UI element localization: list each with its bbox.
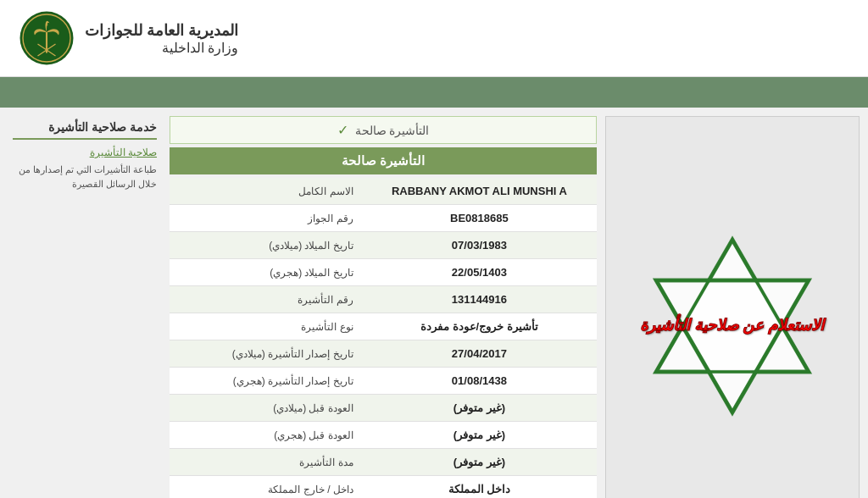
table-row: تأشيرة خروج/عودة مفردةنوع التأشيرة — [170, 313, 597, 340]
table-value: داخل المملكة — [362, 476, 597, 499]
table-row: 07/03/1983تاريخ الميلاد (ميلادي) — [170, 232, 597, 259]
table-row: (غير متوفر)العودة قبل (ميلادي) — [170, 395, 597, 422]
star-container: الاستعلام عن صلاحية التأشيرة — [631, 224, 834, 428]
table-value: (غير متوفر) — [362, 395, 597, 422]
table-label: العودة قبل (ميلادي) — [170, 395, 362, 422]
table-label: تاريخ الميلاد (ميلادي) — [170, 232, 362, 259]
sidebar-desc: طباعة التأشيرات التي تم إصدارها من خلال … — [13, 163, 157, 191]
header-line2: وزارة الداخلية — [85, 40, 238, 56]
table-row: (غير متوفر)العودة قبل (هجري) — [170, 422, 597, 449]
table-label: تاريخ إصدار التأشيرة (ميلادي) — [170, 340, 362, 368]
sidebar-title: خدمة صلاحية التأشيرة — [13, 120, 157, 140]
status-bar: التأشيرة صالحة ✓ — [170, 116, 597, 144]
logo: ✦ — [17, 8, 76, 68]
status-text: التأشيرة صالحة — [355, 124, 430, 137]
table-label: الاسم الكامل — [170, 178, 362, 205]
table-label: مدة التأشيرة — [170, 449, 362, 476]
header-text: المديرية العامة للجوازات وزارة الداخلية — [85, 21, 238, 56]
table-row: 01/08/1438تاريخ إصدار التأشيرة (هجري) — [170, 368, 597, 395]
header-line1: المديرية العامة للجوازات — [85, 21, 238, 40]
star-panel: الاستعلام عن صلاحية التأشيرة — [605, 116, 860, 498]
table-value: RABBANY AKMOT ALI MUNSHI A — [362, 178, 597, 205]
navbar — [0, 77, 868, 108]
table-label: رقم التأشيرة — [170, 286, 362, 313]
table-label: رقم الجواز — [170, 205, 362, 232]
table-row: 22/05/1403تاريخ الميلاد (هجري) — [170, 259, 597, 286]
data-table: RABBANY AKMOT ALI MUNSHI Aالاسم الكاملBE… — [170, 178, 597, 498]
table-value: 27/04/2017 — [362, 340, 597, 368]
table-row: 131144916رقم التأشيرة — [170, 286, 597, 313]
table-label: تاريخ إصدار التأشيرة (هجري) — [170, 368, 362, 395]
table-row: RABBANY AKMOT ALI MUNSHI Aالاسم الكامل — [170, 178, 597, 205]
table-label: نوع التأشيرة — [170, 313, 362, 340]
check-icon: ✓ — [337, 122, 348, 138]
table-label: تاريخ الميلاد (هجري) — [170, 259, 362, 286]
svg-text:✦: ✦ — [45, 23, 48, 27]
table-value: (غير متوفر) — [362, 422, 597, 449]
sidebar-link[interactable]: صلاحية التأشيرة — [13, 147, 157, 158]
table-row: BE0818685رقم الجواز — [170, 205, 597, 232]
table-value: تأشيرة خروج/عودة مفردة — [362, 313, 597, 340]
table-value: 131144916 — [362, 286, 597, 313]
table-value: BE0818685 — [362, 205, 597, 232]
star-overlay-text: الاستعلام عن صلاحية التأشيرة — [640, 315, 824, 336]
table-value: 22/05/1403 — [362, 259, 597, 286]
right-sidebar: خدمة صلاحية التأشيرة صلاحية التأشيرة طبا… — [8, 116, 161, 498]
table-value: (غير متوفر) — [362, 449, 597, 476]
table-label: العودة قبل (هجري) — [170, 422, 362, 449]
main-container: الاستعلام عن صلاحية التأشيرة التأشيرة صا… — [0, 108, 868, 498]
table-row: داخل المملكةداخل / خارج المملكة — [170, 476, 597, 499]
title-bar: التأشيرة صالحة — [170, 147, 597, 174]
table-value: 01/08/1438 — [362, 368, 597, 395]
table-row: (غير متوفر)مدة التأشيرة — [170, 449, 597, 476]
table-row: 27/04/2017تاريخ إصدار التأشيرة (ميلادي) — [170, 340, 597, 368]
header: المديرية العامة للجوازات وزارة الداخلية … — [0, 0, 868, 77]
table-label: داخل / خارج المملكة — [170, 476, 362, 499]
center-content: التأشيرة صالحة ✓ التأشيرة صالحة RABBANY … — [170, 116, 597, 498]
table-value: 07/03/1983 — [362, 232, 597, 259]
